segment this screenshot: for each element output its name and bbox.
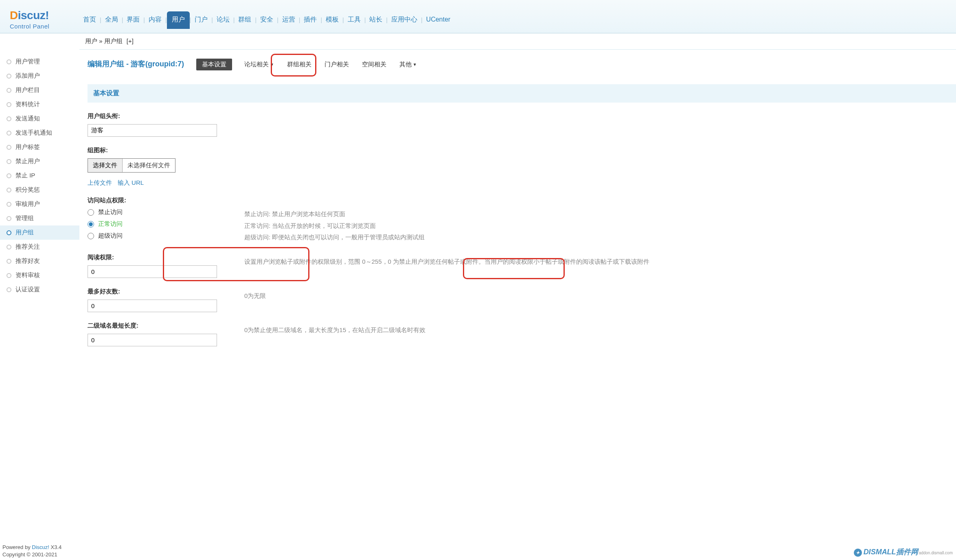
- topnav-界面[interactable]: 界面: [123, 11, 143, 29]
- radio-deny[interactable]: 禁止访问: [88, 208, 244, 216]
- sidebar-item-3[interactable]: 资料统计: [0, 97, 79, 112]
- watermark-icon: ✦: [854, 549, 862, 557]
- subtab-forum[interactable]: 论坛相关▼: [243, 59, 275, 70]
- topnav-站长[interactable]: 站长: [366, 11, 386, 29]
- sidebar-item-11[interactable]: 管理组: [0, 211, 79, 225]
- domain-desc: 0为禁止使用二级域名，最大长度为15，在站点开启二级域名时有效: [244, 322, 425, 335]
- topnav-模板[interactable]: 模板: [322, 11, 342, 29]
- radio-super[interactable]: 超级访问: [88, 232, 244, 240]
- topnav-门户[interactable]: 门户: [191, 11, 211, 29]
- topnav-工具[interactable]: 工具: [344, 11, 364, 29]
- topnav-首页[interactable]: 首页: [79, 11, 100, 29]
- sidebar-item-12[interactable]: 用户组: [0, 225, 79, 240]
- footer: Powered by Discuz! X3.4 Copyright © 2001…: [0, 542, 64, 560]
- top-header: Discuz! Control Panel 首页|全局|界面|内容|用户|门户|…: [0, 0, 956, 33]
- chevron-down-icon: ▼: [413, 62, 417, 67]
- sidebar-item-10[interactable]: 审核用户: [0, 197, 79, 211]
- topnav-UCenter[interactable]: UCenter: [423, 11, 454, 29]
- sidebar-item-15[interactable]: 资料审核: [0, 268, 79, 282]
- topnav-插件[interactable]: 插件: [300, 11, 320, 29]
- choose-file-button[interactable]: 选择文件: [88, 159, 123, 172]
- radio-normal[interactable]: 正常访问: [88, 220, 244, 228]
- label-domain: 二级域名最短长度:: [88, 322, 244, 330]
- group-title-input[interactable]: [88, 124, 217, 137]
- highlight-annotation: [163, 247, 309, 281]
- topnav-论坛[interactable]: 论坛: [213, 11, 233, 29]
- topnav-内容[interactable]: 内容: [145, 11, 165, 29]
- discuz-link[interactable]: Discuz!: [32, 544, 49, 550]
- watermark: ✦ DISMALL插件网 addon.dismall.com: [854, 547, 953, 557]
- topnav-群组[interactable]: 群组: [235, 11, 255, 29]
- sidebar: 用户管理添加用户用户栏目资料统计发送通知发送手机通知用户标签禁止用户禁止 IP积…: [0, 50, 79, 560]
- label-group-title: 用户组头衔:: [88, 112, 956, 120]
- main-content: 编辑用户组 - 游客(groupid:7) 基本设置 论坛相关▼ 群组相关 门户…: [79, 50, 956, 560]
- top-nav: 首页|全局|界面|内容|用户|门户|论坛|群组|安全|运营|插件|模板|工具|站…: [79, 0, 454, 29]
- sidebar-item-14[interactable]: 推荐好友: [0, 254, 79, 268]
- label-access: 访问站点权限:: [88, 197, 956, 204]
- label-friends: 最多好友数:: [88, 288, 244, 295]
- sidebar-item-4[interactable]: 发送通知: [0, 112, 79, 126]
- sidebar-item-5[interactable]: 发送手机通知: [0, 126, 79, 140]
- file-status: 未选择任何文件: [123, 162, 175, 169]
- file-picker: 选择文件 未选择任何文件: [88, 158, 175, 173]
- sidebar-item-13[interactable]: 推荐关注: [0, 240, 79, 254]
- upload-file-link[interactable]: 上传文件: [88, 179, 112, 186]
- topnav-应用中心[interactable]: 应用中心: [388, 11, 421, 29]
- subtab-portal[interactable]: 门户相关: [324, 59, 350, 70]
- sidebar-item-0[interactable]: 用户管理: [0, 55, 79, 69]
- input-url-link[interactable]: 输入 URL: [118, 179, 144, 186]
- sidebar-item-7[interactable]: 禁止用户: [0, 154, 79, 168]
- sidebar-item-8[interactable]: 禁止 IP: [0, 168, 79, 183]
- topnav-用户[interactable]: 用户: [167, 11, 190, 29]
- friends-desc: 0为无限: [244, 288, 266, 301]
- max-friends-input[interactable]: [88, 300, 217, 312]
- sidebar-item-2[interactable]: 用户栏目: [0, 83, 79, 97]
- sidebar-item-9[interactable]: 积分奖惩: [0, 183, 79, 197]
- sidebar-item-6[interactable]: 用户标签: [0, 140, 79, 154]
- highlight-annotation: [271, 54, 316, 77]
- topnav-全局[interactable]: 全局: [101, 11, 122, 29]
- label-group-icon: 组图标:: [88, 147, 956, 154]
- subtab-other[interactable]: 其他▼: [399, 59, 418, 70]
- highlight-annotation: [463, 258, 565, 279]
- topnav-安全[interactable]: 安全: [257, 11, 277, 29]
- breadcrumb-usergroup[interactable]: 用户组: [104, 37, 123, 44]
- domain-length-input[interactable]: [88, 334, 217, 346]
- sidebar-item-16[interactable]: 认证设置: [0, 282, 79, 297]
- topnav-运营[interactable]: 运营: [278, 11, 299, 29]
- breadcrumb-add[interactable]: [+]: [127, 37, 134, 44]
- subtab-space[interactable]: 空间相关: [361, 59, 387, 70]
- access-notes: 禁止访问: 禁止用户浏览本站任何页面 正常访问: 当站点开放的时候，可以正常浏览…: [244, 208, 956, 243]
- sidebar-item-1[interactable]: 添加用户: [0, 69, 79, 83]
- logo: Discuz! Control Panel: [0, 0, 79, 33]
- breadcrumb-user[interactable]: 用户: [85, 37, 97, 44]
- page-title: 编辑用户组 - 游客(groupid:7): [88, 59, 184, 69]
- section-header: 基本设置: [88, 84, 956, 103]
- subtab-basic[interactable]: 基本设置: [196, 59, 232, 70]
- breadcrumb: 用户 » 用户组 [+]: [79, 33, 956, 50]
